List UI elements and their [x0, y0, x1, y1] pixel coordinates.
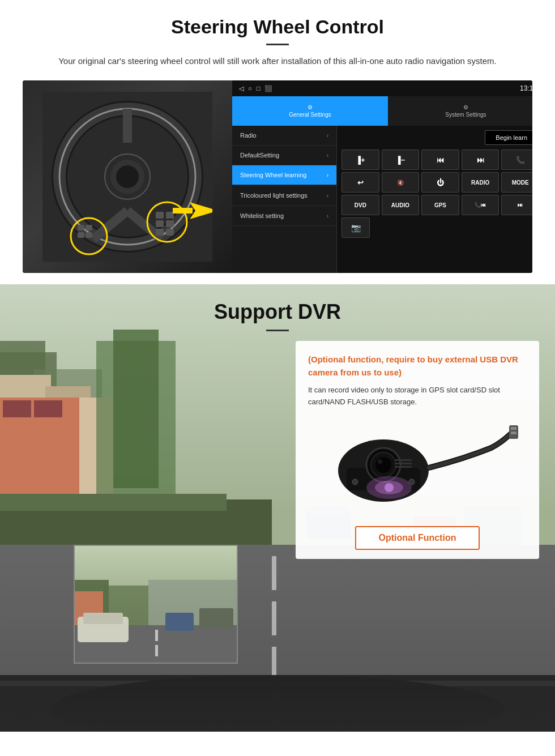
recent-icon: □ [257, 85, 261, 92]
dvr-title: Support DVR [0, 300, 555, 324]
mode-btn[interactable]: MODE [501, 172, 532, 193]
steering-title: Steering Wheel Control [23, 16, 532, 38]
android-content: Radio › DefaultSetting › Steering Wheel … [232, 126, 532, 273]
dvr-desc-text: It can record video only to storage in G… [308, 385, 527, 408]
menu-icon: ⬛ [264, 85, 272, 92]
begin-learn-button[interactable]: Begin learn [485, 130, 532, 145]
dvr-screenshot-thumbnail [74, 545, 238, 664]
dvr-info-card: (Optional function, require to buy exter… [296, 341, 539, 559]
home-icon: ○ [248, 85, 252, 92]
android-statusbar: ◁ ○ □ ⬛ 13:13 [232, 80, 532, 96]
next-track-btn[interactable]: ⏭ [462, 150, 500, 170]
tab-general-settings[interactable]: ⚙ General Settings [232, 96, 388, 126]
menu-item-defaultsetting[interactable]: DefaultSetting › [232, 146, 336, 165]
svg-rect-23 [173, 208, 193, 213]
svg-rect-40 [272, 556, 276, 590]
optional-function-button[interactable]: Optional Function [355, 526, 480, 550]
chevron-icon: › [327, 172, 328, 178]
steering-wheel-area [23, 80, 232, 273]
android-tabs: ⚙ General Settings ⚙ System Settings [232, 96, 532, 126]
chevron-icon: › [327, 193, 328, 199]
audio-btn[interactable]: AUDIO [382, 195, 420, 215]
vol-up-btn[interactable]: ▐+ [341, 150, 379, 170]
svg-point-64 [352, 479, 358, 485]
svg-rect-81 [83, 613, 123, 624]
svg-rect-36 [113, 330, 159, 488]
svg-rect-66 [395, 459, 412, 461]
svg-rect-41 [272, 601, 276, 635]
svg-rect-76 [155, 630, 158, 641]
svg-rect-33 [3, 400, 31, 417]
mute-btn[interactable]: 🔇 [382, 172, 420, 193]
steering-composite: ◁ ○ □ ⬛ 13:13 ⚙ General Settings ⚙ Syste… [23, 80, 532, 273]
gps-btn[interactable]: GPS [421, 195, 459, 215]
chevron-icon: › [327, 213, 328, 219]
svg-rect-68 [395, 466, 412, 468]
svg-point-56 [375, 457, 391, 473]
statusbar-time: 13:13 [520, 84, 532, 92]
android-menu: Radio › DefaultSetting › Steering Wheel … [232, 126, 337, 273]
menu-item-steering-wheel-learning[interactable]: Steering Wheel learning › [232, 165, 336, 185]
dvr-camera-area [308, 408, 527, 522]
steering-wheel-image [42, 92, 212, 262]
prev-track-btn[interactable]: ⏮ [421, 150, 459, 170]
android-ui: ◁ ○ □ ⬛ 13:13 ⚙ General Settings ⚙ Syste… [232, 80, 532, 273]
dvr-section: Support DVR (Optional function, require … [0, 284, 555, 732]
dvr-title-bar: Support DVR [0, 284, 555, 340]
svg-rect-14 [78, 232, 84, 238]
hang-up-btn[interactable]: ↩ [341, 172, 379, 193]
phone-next-btn[interactable]: ⏭ [501, 195, 532, 215]
chevron-icon: › [327, 133, 328, 139]
camera-btn[interactable]: 📷 [341, 217, 370, 238]
svg-rect-18 [156, 220, 164, 227]
vol-down-btn[interactable]: ▐− [382, 150, 420, 170]
dvd-btn[interactable]: DVD [341, 195, 379, 215]
dvr-screenshot-svg [75, 546, 238, 664]
phone-prev-btn[interactable]: 📞⏮ [462, 195, 500, 215]
tab-system-settings[interactable]: ⚙ System Settings [388, 96, 532, 126]
controls-row-3: DVD AUDIO GPS 📞⏮ ⏭ [337, 195, 532, 215]
dvr-divider [266, 330, 289, 331]
title-divider [266, 44, 289, 45]
controls-row-4: 📷 [337, 217, 532, 238]
menu-item-radio[interactable]: Radio › [232, 126, 336, 146]
tab-system-label: System Settings [445, 112, 486, 118]
dvr-camera-svg [315, 414, 519, 516]
dashboard-overlay [0, 675, 555, 732]
svg-rect-77 [155, 645, 158, 656]
system-icon: ⚙ [463, 104, 468, 110]
radio-btn[interactable]: RADIO [462, 172, 500, 193]
svg-rect-78 [165, 613, 194, 631]
android-control-panel: Begin learn ▐+ ▐− ⏮ ⏭ 📞 ↩ 🔇 ⏻ [337, 126, 532, 273]
controls-row-2: ↩ 🔇 ⏻ RADIO MODE [337, 172, 532, 193]
svg-rect-17 [166, 212, 174, 219]
svg-rect-19 [166, 220, 174, 227]
svg-rect-16 [156, 212, 164, 219]
svg-rect-63 [511, 432, 516, 434]
svg-point-9 [116, 165, 139, 188]
dvr-optional-text: (Optional function, require to buy exter… [308, 353, 527, 379]
svg-point-57 [378, 459, 382, 464]
menu-item-whitelist[interactable]: Whitelist setting › [232, 206, 336, 226]
chevron-icon: › [327, 152, 328, 159]
svg-rect-67 [395, 463, 412, 464]
svg-rect-13 [86, 225, 92, 230]
svg-point-60 [385, 483, 394, 492]
svg-rect-34 [34, 400, 62, 417]
menu-item-tricoloured[interactable]: Tricoloured light settings › [232, 185, 336, 206]
statusbar-nav-icons: ◁ ○ □ ⬛ [239, 85, 272, 92]
settings-icon: ⚙ [308, 104, 313, 110]
optional-function-area: Optional Function [308, 522, 527, 550]
svg-rect-38 [0, 494, 227, 511]
svg-point-65 [409, 479, 415, 485]
svg-rect-20 [156, 229, 164, 236]
back-icon: ◁ [239, 85, 244, 92]
phone-btn[interactable]: 📞 [501, 150, 532, 170]
power-btn[interactable]: ⏻ [421, 172, 459, 193]
begin-learn-row: Begin learn [337, 126, 532, 150]
svg-rect-12 [78, 225, 84, 230]
svg-rect-62 [511, 427, 516, 430]
steering-subtitle: Your original car's steering wheel contr… [34, 54, 521, 68]
svg-rect-21 [166, 229, 174, 236]
tab-general-label: General Settings [289, 112, 331, 118]
